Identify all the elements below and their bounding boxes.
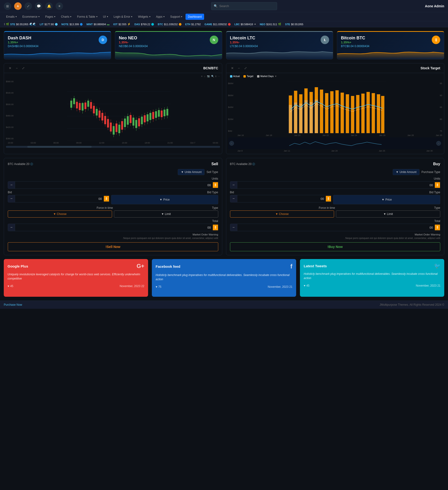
sell-available: BTC Available 20 ⓘ — [8, 162, 33, 166]
menu-ecommerce[interactable]: Ecommerce ▾ — [20, 14, 42, 20]
buy-available: BTC Available 20 ⓘ — [230, 162, 255, 166]
google-title: Google Plus — [8, 264, 28, 268]
chart-toolbar-list[interactable]: ≡ — [201, 75, 203, 78]
facebook-header: Facebook feed f — [156, 263, 292, 270]
twitter-icon: 🐦 — [434, 263, 440, 269]
svg-rect-51 — [133, 118, 135, 126]
dash-title: Dash DASH — [8, 35, 107, 41]
coin-card-btc: ₿ Bitcoin BTC 1.35%+ BTC$0.04 0.00000434 — [337, 31, 444, 59]
buy-limit-btn[interactable]: ▼ Limit — [336, 210, 440, 218]
svg-rect-73 — [164, 110, 166, 116]
buy-bid-value[interactable] — [237, 196, 326, 202]
google-header: Google Plus G+ — [8, 263, 144, 269]
chart-toolbar-home[interactable]: ⌂ — [204, 75, 205, 78]
chat-icon[interactable]: 💬 — [35, 2, 42, 10]
sell-title: Sell — [211, 162, 218, 166]
menu-emails[interactable]: Emails ▾ — [4, 14, 19, 20]
ticker-mint: MINT $0.880694 ▬ — [86, 23, 110, 26]
sell-limit-btn[interactable]: ▼ Limit — [114, 210, 218, 218]
menu-forms[interactable]: Forms & Table ▾ — [75, 14, 100, 20]
svg-rect-95 — [361, 94, 364, 133]
buy-bid-minus[interactable]: − — [230, 195, 237, 202]
chart-scroll[interactable] — [6, 146, 220, 148]
avatar[interactable]: A — [14, 2, 22, 10]
top-nav: ⊞ A ⤢ 💬 🔔 ☀ 🔍 Aone Admin — [0, 0, 448, 12]
buy-total-minus[interactable]: − — [230, 224, 237, 231]
svg-rect-11 — [76, 102, 78, 108]
sell-unite-btn[interactable]: ▼ Unite Amount — [178, 169, 205, 175]
buy-warning-text: .Neque porro quisquam est qui dolorem ip… — [230, 237, 440, 239]
minimize-stock-btn[interactable]: − — [237, 66, 241, 70]
bell-icon[interactable]: 🔔 — [45, 2, 53, 10]
buy-units-value[interactable] — [237, 182, 435, 188]
buy-price-btn[interactable]: ▼ Price — [333, 195, 440, 204]
chart-controls: ✕ − ⤢ — [8, 66, 26, 70]
buy-total-btc: ₿ — [435, 225, 440, 230]
stock-header: ✕ − ⤢ Stock Target — [226, 63, 444, 73]
sell-choose-btn[interactable]: ▼ Choose — [8, 210, 112, 218]
minimize-chart-btn[interactable]: − — [14, 66, 19, 70]
sell-units-minus[interactable]: − — [8, 182, 15, 189]
purchase-link[interactable]: Purchase Now — [4, 303, 22, 306]
svg-rect-9 — [73, 98, 75, 104]
svg-rect-23 — [93, 106, 95, 113]
sell-bid-minus[interactable]: − — [8, 195, 15, 202]
menu-pages[interactable]: Pages ▾ — [43, 14, 58, 20]
menu-dashboard[interactable]: Dashboard — [186, 14, 204, 20]
sell-bid-type-label: Bid Type — [207, 191, 218, 194]
sell-total-minus[interactable]: − — [8, 224, 15, 231]
stock-target-panel: ✕ − ⤢ Stock Target Actual Target Market … — [226, 63, 444, 154]
grid-icon[interactable]: ⊞ — [4, 2, 11, 10]
search-input[interactable] — [220, 4, 266, 8]
maximize-chart-btn[interactable]: ⤢ — [21, 66, 26, 70]
chart-toolbar-info[interactable]: ℹ — [215, 75, 216, 78]
chart-toolbar-more[interactable]: ⋯ — [218, 75, 220, 78]
sell-force-label: Force in time — [8, 206, 113, 210]
svg-rect-57 — [141, 117, 143, 124]
svg-rect-69 — [158, 110, 160, 117]
svg-rect-33 — [107, 119, 109, 128]
chart-toolbar-zoom[interactable]: 🔍 — [211, 75, 214, 78]
bcn-header: ✕ − ⤢ BCN/BTC — [4, 63, 222, 73]
neo-change: 1.35%- — [119, 41, 218, 44]
svg-rect-88 — [325, 93, 328, 133]
ticker-note: NOTE $13.399 ⬤ — [61, 23, 83, 26]
sell-price-btn[interactable]: ▼ Price — [111, 195, 218, 204]
svg-rect-19 — [87, 101, 89, 107]
sell-now-btn[interactable]: !Sell Now — [8, 242, 218, 251]
close-chart-btn[interactable]: ✕ — [8, 66, 12, 70]
menu-support[interactable]: Support ▾ — [168, 14, 185, 20]
svg-rect-59 — [144, 115, 146, 122]
svg-rect-96 — [366, 92, 370, 133]
menu-login[interactable]: Login & Error ▾ — [111, 14, 135, 20]
menu-apps[interactable]: Apps ▾ — [154, 14, 167, 20]
buy-bid-type-label: Bid Type — [429, 191, 440, 194]
sell-bid-value[interactable] — [15, 196, 104, 202]
buy-choose-btn[interactable]: ▼ Choose — [230, 210, 334, 218]
expand-icon[interactable]: ⤢ — [25, 2, 32, 10]
ltc-icon: Ł — [321, 35, 329, 44]
sell-header: BTC Available 20 ⓘ Sell — [8, 162, 218, 166]
sell-units-value[interactable] — [15, 182, 212, 188]
ticker-lbc: LBC $0.588418 ➜ — [235, 23, 256, 26]
buy-now-btn[interactable]: !Buy Now — [230, 242, 440, 251]
menu-widgets[interactable]: Widgets ▾ — [135, 14, 152, 20]
menu-ui[interactable]: UI ▾ — [101, 14, 110, 20]
stock-svg — [237, 81, 435, 133]
buy-unite-btn[interactable]: ▼ Unite Amount — [393, 169, 420, 175]
maximize-stock-btn[interactable]: ⤢ — [243, 66, 248, 70]
menu-charts[interactable]: Charts ▾ — [59, 14, 74, 20]
google-card: Google Plus G+ Uniquely revolutionize le… — [4, 259, 148, 297]
sun-icon[interactable]: ☀ — [56, 2, 63, 10]
google-date: November, 2023 22 — [120, 284, 144, 288]
search-icon: 🔍 — [214, 4, 218, 8]
twitter-card: Latest Tweets 🐦 Holisticly benchmark plu… — [300, 259, 444, 297]
svg-rect-103 — [304, 100, 307, 133]
close-stock-btn[interactable]: ✕ — [230, 66, 235, 70]
trade-panels: BTC Available 20 ⓘ Sell ▼ Unite Amount S… — [0, 158, 448, 259]
buy-total-value[interactable] — [237, 224, 435, 231]
buy-units-minus[interactable]: − — [230, 182, 237, 189]
chart-toolbar-camera[interactable]: 📷 — [207, 75, 210, 78]
sell-total-value[interactable] — [15, 224, 212, 231]
charts-row: ✕ − ⤢ BCN/BTC ≡ ⌂ 📷 🔍 ℹ ⋯ $580.00 $540.0… — [0, 63, 448, 158]
